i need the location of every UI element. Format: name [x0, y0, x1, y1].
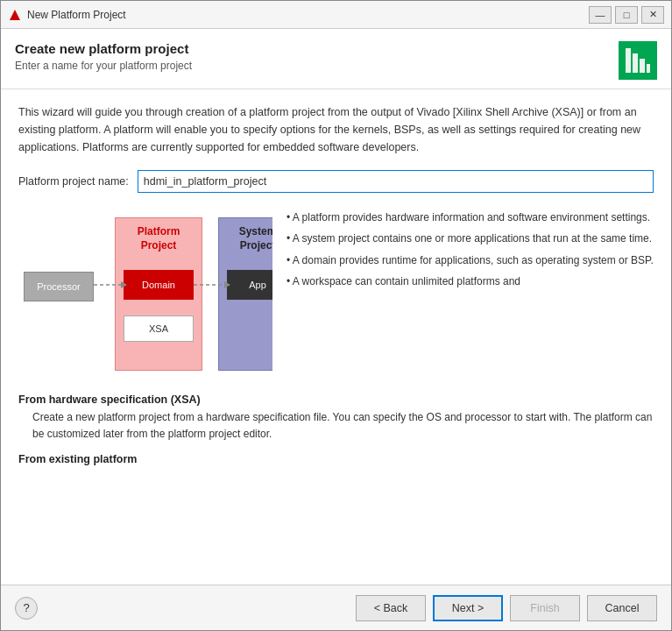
info-bullet-2: • A system project contains one or more … — [286, 230, 654, 247]
domain-box: Domain — [124, 270, 194, 300]
section-xsa-title: From hardware specification (XSA) — [18, 393, 654, 406]
svg-marker-0 — [10, 10, 20, 20]
info-text-block: • A platform provides hardware informati… — [286, 209, 654, 294]
title-bar: New Platform Project — □ ✕ — [1, 1, 671, 29]
window-controls: — □ ✕ — [589, 6, 664, 24]
project-name-input[interactable] — [138, 170, 654, 193]
field-row: Platform project name: — [18, 170, 654, 193]
dialog-window: New Platform Project — □ ✕ Create new pl… — [0, 0, 672, 631]
header-section: Create new platform project Enter a name… — [1, 29, 671, 89]
minimize-button[interactable]: — — [589, 6, 612, 24]
footer: ? < Back Next > Finish Cancel — [1, 585, 671, 630]
domain-label: Domain — [142, 280, 175, 290]
svg-rect-2 — [633, 53, 638, 73]
header-text: Create new platform project Enter a name… — [15, 41, 608, 72]
header-subtitle: Enter a name for your platform project — [15, 60, 608, 72]
content-area: This wizard will guide you through creat… — [1, 89, 671, 585]
xsa-box: XSA — [124, 316, 194, 342]
help-button[interactable]: ? — [15, 597, 38, 620]
header-title: Create new platform project — [15, 41, 608, 56]
info-bullet-3: • A domain provides runtime for applicat… — [286, 252, 654, 269]
next-button[interactable]: Next > — [433, 595, 503, 621]
xsa-label: XSA — [149, 323, 168, 334]
platform-project-label: PlatformProject — [116, 218, 202, 252]
info-bullet-4: • A workspace can contain unlimited plat… — [286, 273, 654, 290]
section-xsa-body: Create a new platform project from a har… — [32, 409, 654, 443]
footer-left: ? — [15, 597, 38, 620]
processor-box: Processor — [24, 272, 94, 301]
app-box: App — [227, 270, 272, 300]
diagram-info-row: PlatformProject SystemProject Processor … — [18, 209, 654, 379]
cancel-button[interactable]: Cancel — [587, 595, 657, 621]
field-label: Platform project name: — [18, 175, 129, 188]
lower-section: From hardware specification (XSA) Create… — [18, 393, 654, 465]
diagram-area: PlatformProject SystemProject Processor … — [18, 209, 272, 379]
close-button[interactable]: ✕ — [641, 6, 664, 24]
finish-button: Finish — [510, 595, 580, 621]
svg-rect-1 — [626, 48, 631, 73]
app-label: App — [249, 280, 266, 290]
back-button[interactable]: < Back — [356, 595, 426, 621]
svg-rect-4 — [647, 64, 650, 73]
system-project-label: SystemProject — [219, 218, 272, 252]
window-icon — [8, 8, 22, 22]
description-text: This wizard will guide you through creat… — [18, 103, 654, 156]
window-title: New Platform Project — [27, 9, 589, 21]
svg-rect-3 — [640, 59, 645, 73]
processor-label: Processor — [37, 281, 81, 292]
header-logo — [619, 41, 657, 80]
section-existing-title: From existing platform — [18, 453, 654, 465]
maximize-button[interactable]: □ — [615, 6, 638, 24]
footer-right: < Back Next > Finish Cancel — [356, 595, 657, 621]
info-bullet-1: • A platform provides hardware informati… — [286, 209, 654, 226]
